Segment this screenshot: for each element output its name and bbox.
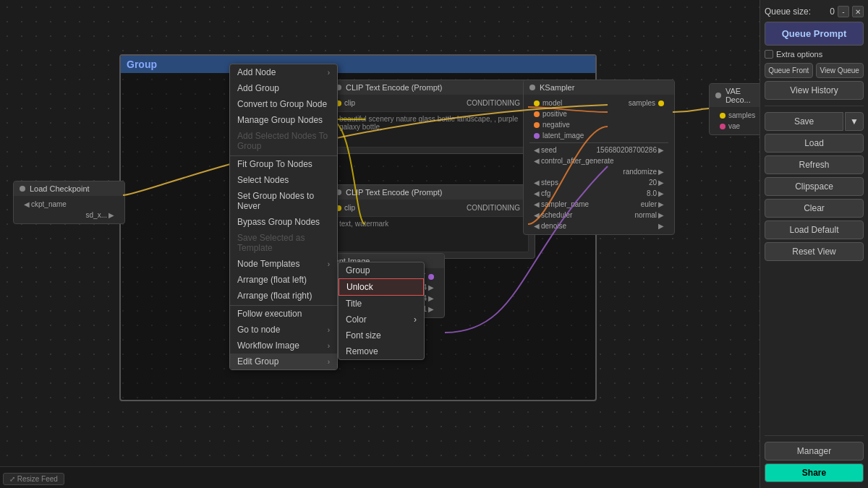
group-title: Group [121,56,595,73]
queue-size-close-btn[interactable]: ✕ [852,6,864,17]
ksampler-positive-row: positive [529,108,668,119]
menu-follow-exec[interactable]: Follow execution [230,305,337,322]
clip-node-1-port-in-label: clip [344,99,355,107]
clip-node-2-port-out-label: CONDITIONING [467,204,520,212]
checkpoint-header: Load Checkpoint [14,181,124,196]
clip-node-1-title: CLIP Text Encode (Prompt) [346,83,443,92]
refresh-button[interactable]: Refresh [765,155,864,174]
menu-arrange-left[interactable]: Arrange (float left) [230,272,337,288]
menu-arrange-right[interactable]: Arrange (float right) [230,288,337,304]
submenu-unlock[interactable]: Unlock [339,278,424,296]
ksampler-dot [529,85,535,90]
menu-add-selected: Add Selected Nodes To Group [230,128,337,154]
resize-feed-label: ⤢ Resize Feed [9,475,58,483]
clip-node-1-header: CLIP Text Encode (Prompt) [330,80,535,95]
menu-convert-group-node[interactable]: Convert to Group Node [230,96,337,112]
submenu-font-size[interactable]: Font size [339,328,424,343]
menu-fit-group[interactable]: Fit Group To Nodes [230,155,337,172]
menu-workflow-image[interactable]: Workflow Image › [230,338,337,354]
clip-node-2-body: clip CONDITIONING text, watermark [330,200,535,258]
clip-node-1-port-in: clip [336,99,355,107]
submenu-title[interactable]: Title [339,296,424,312]
submenu-group[interactable]: Group [339,262,424,278]
extra-options-checkbox[interactable] [765,50,773,59]
clip-node-2: CLIP Text Encode (Prompt) 🔒 clip CONDITI… [329,184,535,259]
menu-bypass-group[interactable]: Bypass Group Nodes [230,214,337,230]
menu-add-node[interactable]: Add Node › [230,64,337,80]
ksampler-body: model samples positive negative [524,95,674,234]
checkpoint-value-row: sd_x... ▶ [20,210,119,221]
reset-view-button[interactable]: Reset View [765,242,864,261]
divider-1 [765,106,864,106]
clip-node-1-text: beautiful scenery nature glass bottle la… [336,111,529,147]
clip-node-1-body: clip CONDITIONING beautiful scenery natu… [330,95,535,153]
queue-size-value: 0 [830,7,835,17]
save-button[interactable]: Save [765,112,843,131]
menu-set-group-never[interactable]: Set Group Nodes to Never [230,188,337,214]
latent-out-dot [428,274,434,280]
resize-feed-button[interactable]: ⤢ Resize Feed [3,473,64,485]
context-menu[interactable]: Add Node › Add Group Convert to Group No… [229,64,338,370]
submenu-color[interactable]: Color › [339,312,424,328]
ksampler-scheduler-row: ◀ scheduler normal ▶ [529,210,668,221]
canvas-area[interactable]: Group CLIP Text Encode (Prompt) clip CON… [0,0,760,488]
menu-node-templates[interactable]: Node Templates › [230,256,337,272]
clip-node-2-title: CLIP Text Encode (Prompt) [346,188,443,197]
menu-manage-group-nodes[interactable]: Manage Group Nodes [230,112,337,128]
negative-port-dot [534,122,540,128]
ksampler-latent-row: latent_image [529,130,668,141]
save-arrow-button[interactable]: ▼ [845,112,864,131]
ksampler-model-row: model samples [529,98,668,108]
checkpoint-body: ◀ ckpt_name sd_x... ▶ [14,196,124,223]
checkpoint-dot [20,186,25,192]
clip-node-2-port-row: clip CONDITIONING [336,202,529,213]
queue-size-minus-btn[interactable]: - [838,6,849,17]
load-default-button[interactable]: Load Default [765,221,864,239]
view-history-button[interactable]: View History [765,81,864,100]
vae-dot [715,93,721,98]
ksampler-seed-row: ◀ seed 156680208700286 ▶ [529,145,668,155]
queue-view-row: Queue Front View Queue [765,63,864,78]
ksampler-steps-row: ◀ steps 20 ▶ [529,177,668,188]
ksampler-denoise-row: ◀ denoise ▶ [529,221,668,231]
manager-button[interactable]: Manager [765,442,864,461]
checkpoint-ckpt-row: ◀ ckpt_name [20,199,119,210]
positive-port-dot [534,111,540,117]
share-button[interactable]: Share [765,463,864,482]
clip-node-2-port-out: CONDITIONING [467,204,529,212]
status-bar: T: 0.00s I: 0 [0,466,760,488]
clip-node-1-port-row: clip CONDITIONING [336,98,529,108]
queue-size-label: Queue size: [765,7,811,17]
vae-samples-dot [720,113,726,119]
queue-front-button[interactable]: Queue Front [765,63,813,78]
clipspace-button[interactable]: Clipspace [765,177,864,196]
vae-vae-dot [720,124,726,129]
queue-size-row: Queue size: 0 - ✕ [765,6,864,17]
view-queue-button[interactable]: View Queue [816,63,864,78]
ksampler-control-row: ◀ control_after_generate [529,155,668,166]
menu-go-to-node[interactable]: Go to node › [230,322,337,338]
ksampler-randomize-row: randomize ▶ [529,166,668,177]
submenu-remove[interactable]: Remove [339,343,424,359]
ksampler-title: KSampler [540,83,574,92]
clip-node-1-port-out-label: CONDITIONING [467,99,520,107]
queue-size-controls: 0 - ✕ [830,6,864,17]
clear-button[interactable]: Clear [765,199,864,218]
right-panel: Queue size: 0 - ✕ Queue Prompt Extra opt… [760,0,868,488]
clip-node-2-text: text, watermark [336,216,529,252]
save-row: Save ▼ [765,112,864,131]
edit-group-submenu[interactable]: Group Unlock Title Color › Font size Rem… [338,262,425,360]
clip-node-1-port-out: CONDITIONING [467,99,529,107]
extra-options-row: Extra options [765,48,864,60]
samples-port-dot [658,100,664,106]
menu-edit-group[interactable]: Edit Group › [230,354,337,369]
checkpoint-title: Load Checkpoint [30,184,90,193]
menu-select-nodes[interactable]: Select Nodes [230,172,337,188]
menu-add-group[interactable]: Add Group [230,80,337,96]
load-button[interactable]: Load [765,134,864,153]
queue-prompt-button[interactable]: Queue Prompt [765,22,864,46]
clip-node-2-header: CLIP Text Encode (Prompt) 🔒 [330,185,535,200]
divider-2 [765,435,864,436]
clip-node-2-port-in-label: clip [344,204,355,212]
model-port-dot [534,100,540,106]
